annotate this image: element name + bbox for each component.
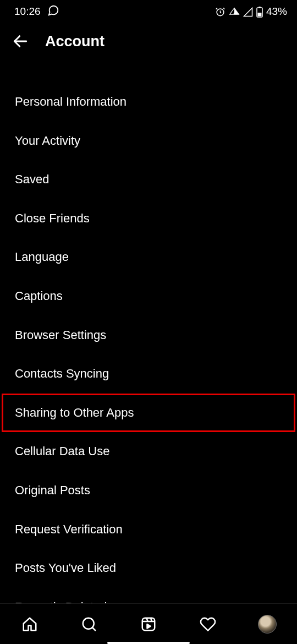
home-indicator [107, 642, 190, 644]
account-menu-list: Personal Information Your Activity Saved… [0, 59, 297, 626]
menu-label: Browser Settings [15, 328, 106, 342]
menu-item-captions[interactable]: Captions [0, 277, 297, 316]
menu-item-personal-information[interactable]: Personal Information [0, 83, 297, 122]
battery-percentage: 43% [266, 6, 287, 18]
menu-label: Saved [15, 172, 49, 186]
menu-item-your-activity[interactable]: Your Activity [0, 122, 297, 161]
nav-search[interactable] [79, 614, 99, 634]
heart-icon [200, 616, 216, 632]
svg-line-7 [92, 627, 95, 630]
battery-icon [256, 6, 263, 18]
menu-item-cellular-data-use[interactable]: Cellular Data Use [0, 432, 297, 471]
nav-profile[interactable] [257, 614, 277, 634]
back-button[interactable] [11, 32, 30, 51]
menu-label: Contacts Syncing [15, 367, 109, 380]
menu-label: Language [15, 250, 69, 264]
search-icon [81, 616, 97, 632]
menu-label: Your Activity [15, 134, 80, 148]
menu-label: Request Verification [15, 522, 123, 536]
page-title: Account [45, 33, 105, 50]
header: Account [0, 22, 297, 59]
profile-avatar [258, 615, 277, 634]
menu-item-original-posts[interactable]: Original Posts [0, 471, 297, 510]
menu-item-contacts-syncing[interactable]: Contacts Syncing [0, 354, 297, 394]
svg-point-1 [234, 13, 235, 14]
arrow-left-icon [12, 32, 29, 50]
status-time: 10:26 [14, 6, 41, 18]
nav-home[interactable] [20, 614, 40, 634]
menu-label: Personal Information [15, 95, 127, 108]
signal-icon [243, 6, 253, 18]
alarm-icon [215, 6, 226, 18]
status-bar: 10:26 [0, 0, 297, 22]
wifi-icon [229, 6, 240, 18]
menu-label: Close Friends [15, 211, 90, 225]
menu-item-sharing-to-other-apps[interactable]: Sharing to Other Apps [2, 394, 295, 433]
bottom-navigation [0, 603, 297, 644]
menu-label: Original Posts [15, 483, 90, 497]
menu-label: Cellular Data Use [15, 444, 109, 458]
svg-rect-3 [258, 7, 261, 8]
menu-item-posts-youve-liked[interactable]: Posts You've Liked [0, 549, 297, 588]
reels-icon [140, 616, 157, 632]
menu-item-language[interactable]: Language [0, 238, 297, 277]
nav-activity[interactable] [198, 614, 218, 634]
menu-label: Sharing to Other Apps [15, 406, 134, 419]
nav-reels[interactable] [139, 614, 158, 634]
home-icon [21, 616, 38, 632]
menu-label: Captions [15, 289, 63, 303]
status-right: 43% [215, 6, 287, 18]
whatsapp-icon [47, 4, 59, 19]
menu-item-browser-settings[interactable]: Browser Settings [0, 316, 297, 355]
menu-item-close-friends[interactable]: Close Friends [0, 199, 297, 238]
menu-item-saved[interactable]: Saved [0, 160, 297, 199]
status-left: 10:26 [14, 4, 59, 19]
svg-rect-4 [257, 13, 261, 17]
menu-label: Posts You've Liked [15, 561, 116, 575]
svg-rect-8 [142, 618, 155, 630]
menu-item-request-verification[interactable]: Request Verification [0, 510, 297, 549]
